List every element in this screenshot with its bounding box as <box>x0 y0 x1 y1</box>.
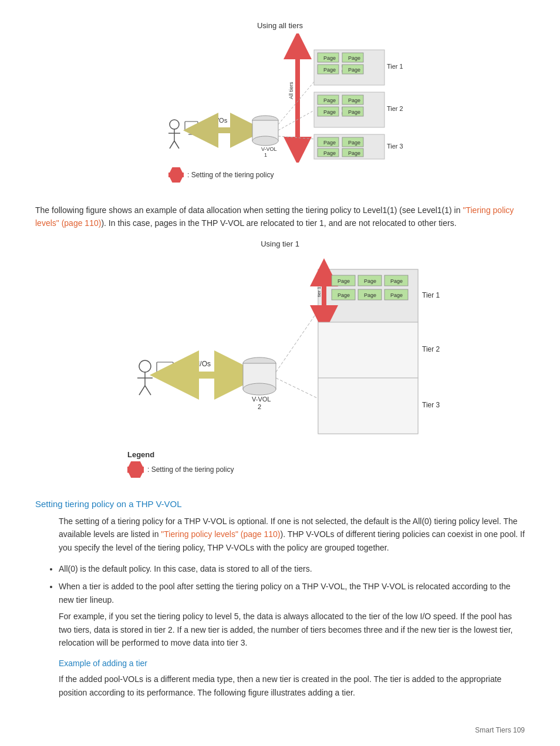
diagram1-title: Using all tiers <box>157 21 403 30</box>
legend2-arrow-icon <box>127 461 144 478</box>
legend2: Legend : Setting of the tiering policy <box>127 450 444 478</box>
svg-line-70 <box>276 310 318 372</box>
legend2-item-text: : Setting of the tiering policy <box>147 465 234 474</box>
diagram2-svg: I/Os V-VOL 2 <box>116 252 444 445</box>
svg-text:2: 2 <box>258 403 261 410</box>
subsection-heading: Example of adding a tier <box>59 659 525 668</box>
bullet-2-sub: For example, if you set the tiering poli… <box>59 610 525 649</box>
intro-text1: The following figure shows an example of… <box>35 205 463 215</box>
bullet-1-text: All(0) is the default policy. In this ca… <box>59 564 312 573</box>
svg-text:Page: Page <box>348 109 360 115</box>
diagram2-wrapper: Using tier 1 I/Os <box>35 239 525 487</box>
svg-text:Page: Page <box>323 109 336 115</box>
diagram1-svg: I/Os V-VOL 1 <box>157 33 403 163</box>
legend1-arrow-icon <box>168 167 184 183</box>
legend2-title: Legend <box>127 450 444 459</box>
svg-text:1: 1 <box>264 152 267 158</box>
svg-text:Tier 2: Tier 2 <box>422 345 440 353</box>
svg-text:Page: Page <box>348 97 360 103</box>
subsection-body: If the added pool-VOLs is a different me… <box>59 673 525 699</box>
svg-point-55 <box>139 360 151 372</box>
svg-text:Page: Page <box>323 97 336 103</box>
svg-text:Page: Page <box>338 292 350 298</box>
svg-point-67 <box>243 383 276 395</box>
svg-text:I/Os: I/Os <box>198 360 211 368</box>
svg-text:Tier 3: Tier 3 <box>387 143 403 150</box>
svg-text:Page: Page <box>338 278 350 284</box>
svg-text:Page: Page <box>348 140 360 146</box>
page-footer: Smart Tiers 109 <box>475 726 525 734</box>
svg-text:Tier 2: Tier 2 <box>387 105 403 112</box>
svg-text:Page: Page <box>348 55 360 61</box>
svg-text:Tier 3: Tier 3 <box>422 401 440 409</box>
bullet-list: All(0) is the default policy. In this ca… <box>59 562 525 649</box>
svg-rect-5 <box>185 121 198 131</box>
svg-text:Page: Page <box>323 140 336 146</box>
svg-point-12 <box>252 136 278 146</box>
svg-text:V-VOL: V-VOL <box>252 396 271 403</box>
svg-text:Page: Page <box>390 292 403 298</box>
section-link[interactable]: "Tiering policy levels" (page 110) <box>161 529 280 539</box>
svg-text:Tier 1: Tier 1 <box>422 291 440 299</box>
svg-rect-89 <box>318 322 418 378</box>
bullet-item-1: All(0) is the default policy. In this ca… <box>59 562 525 575</box>
section-paragraph: The setting of a tiering policy for a TH… <box>59 515 525 554</box>
svg-text:Tier 1: Tier 1 <box>387 63 403 70</box>
diagram1-wrapper: Using all tiers I/Os <box>35 21 525 192</box>
bullet-2-text: When a tier is added to the pool after s… <box>59 582 511 604</box>
page-footer-text: Smart Tiers 109 <box>475 726 525 734</box>
legend2-item: : Setting of the tiering policy <box>127 461 444 478</box>
intro-paragraph: The following figure shows an example of… <box>35 204 525 230</box>
bullet-item-2: When a tier is added to the pool after s… <box>59 580 525 649</box>
svg-line-59 <box>145 386 151 395</box>
svg-text:Page: Page <box>348 150 360 156</box>
svg-text:I/Os: I/Os <box>215 117 228 124</box>
svg-line-71 <box>276 378 318 399</box>
svg-text:Page: Page <box>364 292 376 298</box>
svg-text:Page: Page <box>348 67 360 73</box>
svg-point-0 <box>170 120 179 129</box>
section-heading: Setting tiering policy on a THP V-VOL <box>35 499 525 509</box>
legend1-item: : Setting of the tiering policy <box>168 167 403 183</box>
svg-text:tier 1: tier 1 <box>316 286 322 296</box>
legend1: : Setting of the tiering policy <box>168 167 403 183</box>
intro-text2: ). In this case, pages in the THP V-VOL … <box>101 218 456 228</box>
svg-line-58 <box>139 386 145 395</box>
legend1-item-text: : Setting of the tiering policy <box>187 171 274 179</box>
svg-line-4 <box>174 141 179 148</box>
svg-text:Page: Page <box>390 278 403 284</box>
svg-text:All tiers: All tiers <box>288 82 294 99</box>
svg-text:Page: Page <box>364 278 376 284</box>
svg-text:Page: Page <box>323 55 336 61</box>
svg-text:Page: Page <box>323 67 336 73</box>
svg-line-3 <box>170 141 174 148</box>
svg-text:V-VOL: V-VOL <box>261 146 277 152</box>
svg-text:Page: Page <box>323 150 336 156</box>
svg-rect-60 <box>157 362 173 374</box>
diagram2-title: Using tier 1 <box>116 239 444 248</box>
svg-rect-91 <box>318 378 418 434</box>
